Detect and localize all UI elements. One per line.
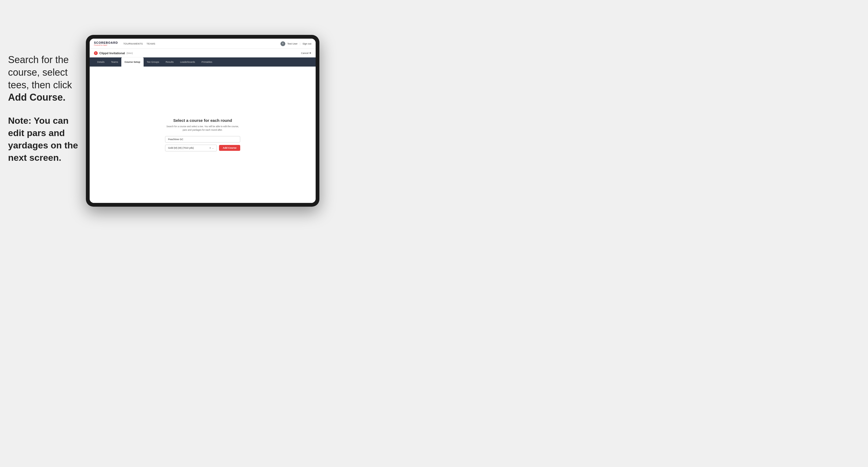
cancel-button[interactable]: Cancel ✕ [301,52,311,55]
instruction-panel: Search for thecourse, selecttees, then c… [8,54,83,164]
logo-title: SCOREBOARD [94,41,118,44]
topnav-links: TOURNAMENTS TEAMS [123,42,155,45]
topnav-right: T Test User | Sign out [280,41,311,46]
course-select-card: Select a course for each round Search fo… [165,118,240,151]
cancel-x: ✕ [309,52,311,55]
top-navigation: SCOREBOARD Powered by clippd TOURNAMENTS… [90,39,316,49]
tee-select-row: Gold (M) (M) (7010 yds) × ⌄ Add Course [165,145,240,151]
tab-results[interactable]: Results [162,57,177,67]
tee-chevron-icon[interactable]: ⌄ [212,147,214,149]
tablet-device: SCOREBOARD Powered by clippd TOURNAMENTS… [86,35,319,207]
tab-navigation: Details Teams Course Setup Tee Groups Re… [90,57,316,67]
logo-subtitle: Powered by clippd [94,44,118,46]
logo-area: SCOREBOARD Powered by clippd [94,41,118,46]
tab-leaderboards[interactable]: Leaderboards [177,57,198,67]
tournament-name: Clippd Invitational [99,52,125,55]
tee-select-value: Gold (M) (M) (7010 yds) [168,147,194,149]
tab-printables[interactable]: Printables [198,57,216,67]
tab-tee-groups[interactable]: Tee Groups [144,57,163,67]
note-label: Note: You canedit pars andyardages on th… [8,116,78,163]
nav-teams[interactable]: TEAMS [147,42,155,45]
tab-details[interactable]: Details [94,57,108,67]
nav-tournaments[interactable]: TOURNAMENTS [123,42,143,45]
tournament-gender: (Men) [126,52,133,55]
tab-course-setup[interactable]: Course Setup [121,57,144,67]
tournament-bar: C Clippd Invitational (Men) Cancel ✕ [90,49,316,57]
tournament-title: C Clippd Invitational (Men) [94,51,133,55]
instruction-text: Search for thecourse, selecttees, then c… [8,54,83,104]
user-name: Test User [287,42,298,45]
user-avatar: T [280,41,285,46]
tee-select-controls: × ⌄ [209,147,214,150]
course-search-input[interactable] [165,136,240,143]
topnav-left: SCOREBOARD Powered by clippd TOURNAMENTS… [94,41,155,46]
tee-clear-icon[interactable]: × [209,147,211,150]
cancel-label: Cancel [301,52,308,55]
card-description: Search for a course and select a tee. Yo… [165,125,240,132]
tournament-icon: C [94,51,98,55]
instruction-strong: Add Course. [8,92,65,103]
pipe-divider: | [300,42,300,45]
note-text: Note: You canedit pars andyardages on th… [8,115,83,164]
tablet-screen: SCOREBOARD Powered by clippd TOURNAMENTS… [90,39,316,203]
add-course-button[interactable]: Add Course [219,145,240,151]
sign-out-link[interactable]: Sign out [303,42,311,45]
card-title: Select a course for each round [165,118,240,123]
main-content: Select a course for each round Search fo… [90,67,316,203]
tab-teams[interactable]: Teams [108,57,122,67]
tee-select-dropdown[interactable]: Gold (M) (M) (7010 yds) × ⌄ [165,145,217,151]
